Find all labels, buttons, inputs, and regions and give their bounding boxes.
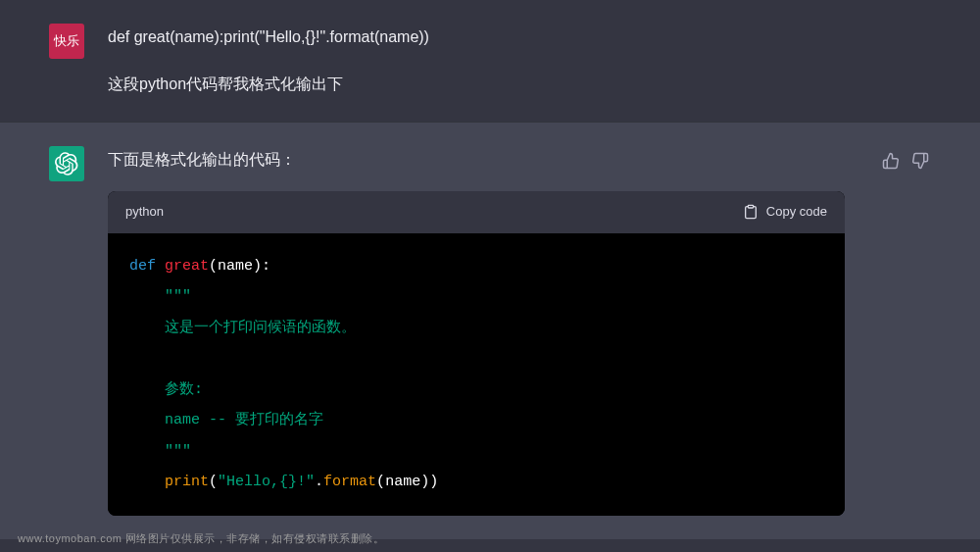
tok-paren: ( xyxy=(209,258,218,275)
thumbs-up-button[interactable] xyxy=(880,150,902,172)
openai-logo-icon xyxy=(55,152,78,176)
thumbs-down-button[interactable] xyxy=(909,150,931,172)
thumbs-up-icon xyxy=(882,152,900,170)
user-avatar-text: 快乐 xyxy=(54,32,79,50)
message-actions xyxy=(880,146,931,516)
tok-format: format xyxy=(323,474,376,490)
code-block: python Copy code def great(name): """ 这是… xyxy=(108,191,845,516)
tok-hello-str: "Hello,{}!" xyxy=(218,474,315,490)
tok-param: name xyxy=(218,258,253,275)
clipboard-icon xyxy=(743,204,759,220)
user-message-content: def great(name):print("Hello,{}!".format… xyxy=(108,24,931,98)
user-avatar: 快乐 xyxy=(49,24,84,59)
tok-paren: ( xyxy=(376,474,385,490)
watermark-text: www.toymoban.com 网络图片仅供展示，非存储，如有侵权请联系删除。 xyxy=(18,531,384,546)
user-message: 快乐 def great(name):print("Hello,{}!".for… xyxy=(0,0,980,122)
tok-def: def xyxy=(129,258,156,275)
code-body[interactable]: def great(name): """ 这是一个打印问候语的函数。 参数: n… xyxy=(108,233,845,516)
tok-dot: . xyxy=(315,474,323,490)
tok-doc-3: name -- 要打印的名字 xyxy=(165,412,323,428)
code-language-label: python xyxy=(125,201,164,224)
tok-param: name xyxy=(385,474,420,490)
tok-triple-quote: """ xyxy=(165,288,191,305)
copy-code-label: Copy code xyxy=(766,201,827,224)
user-line-2: 这段python代码帮我格式化输出下 xyxy=(108,71,931,98)
assistant-message: 下面是格式化输出的代码： python Copy code def great(… xyxy=(0,122,980,539)
tok-doc-1: 这是一个打印问候语的函数。 xyxy=(165,320,356,336)
tok-paren: ): xyxy=(253,258,270,275)
user-line-1: def great(name):print("Hello,{}!".format… xyxy=(108,24,931,51)
tok-triple-quote: """ xyxy=(165,443,191,460)
tok-doc-2: 参数: xyxy=(165,381,203,398)
assistant-avatar xyxy=(49,146,84,181)
tok-paren: ( xyxy=(209,474,218,490)
tok-paren: )) xyxy=(420,474,438,490)
svg-rect-0 xyxy=(748,206,753,209)
tok-print: print xyxy=(165,474,209,490)
thumbs-down-icon xyxy=(911,152,929,170)
assistant-message-content: 下面是格式化输出的代码： python Copy code def great(… xyxy=(108,146,845,516)
code-header: python Copy code xyxy=(108,191,845,233)
tok-func-name: great xyxy=(165,258,209,275)
copy-code-button[interactable]: Copy code xyxy=(743,201,827,224)
assistant-intro-text: 下面是格式化输出的代码： xyxy=(108,146,845,174)
